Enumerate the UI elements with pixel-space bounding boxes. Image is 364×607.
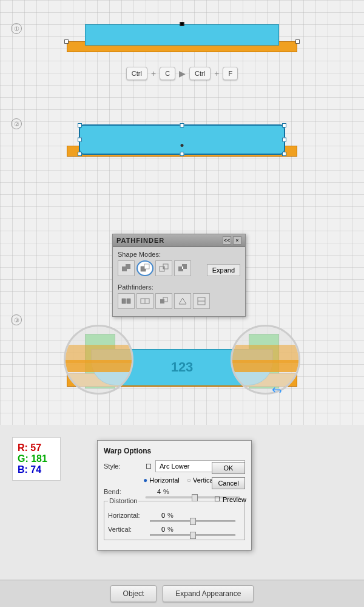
c-key: C: [160, 67, 175, 80]
handle-left: [64, 39, 69, 44]
vert-slider-track: [150, 534, 235, 536]
panel-title: PATHFINDER: [116, 237, 164, 244]
panel-collapse-btn[interactable]: <<: [223, 236, 231, 245]
horizontal-radio[interactable]: ●: [143, 476, 147, 484]
vert-dist-row: Vertical: 0 %: [108, 526, 241, 533]
panel-controls: << ×: [223, 236, 241, 245]
vert-slider-thumb[interactable]: [190, 532, 196, 539]
handle-bl: [78, 152, 82, 156]
ctrl2-key: Ctrl: [189, 67, 211, 80]
color-b-value: B: 74: [18, 464, 55, 475]
warp-scene: 123 ↩: [30, 316, 334, 407]
pathfinders-label: Pathfinders:: [118, 283, 240, 291]
shape-modes-label: Shape Modes:: [118, 251, 240, 258]
circle-left: [64, 325, 133, 395]
dialog-title: Warp Options: [104, 447, 245, 455]
svg-rect-10: [122, 299, 126, 304]
pathfinder-btn-5[interactable]: [193, 293, 210, 309]
unite-btn[interactable]: [118, 260, 135, 276]
horiz-dist-row: Horizontal: 0 %: [108, 512, 241, 519]
panel-body: Shape Modes: Expand: [113, 247, 245, 316]
step2-number: ②: [11, 118, 22, 129]
horiz-dist-unit: %: [167, 512, 174, 519]
pathfinder-btn-2[interactable]: [136, 293, 153, 309]
blue-rect-1: [85, 24, 279, 46]
ok-button[interactable]: OK: [212, 462, 245, 474]
handle-tl: [78, 123, 82, 127]
svg-rect-6: [163, 266, 164, 269]
horizontal-radio-item: ● Horizontal: [143, 476, 180, 484]
plus-arrow-1: +: [151, 69, 156, 78]
horiz-slider-track: [150, 520, 235, 522]
shape-modes-row: Expand: [118, 260, 240, 280]
panel-titlebar: PATHFINDER << ×: [113, 234, 245, 247]
horiz-slider-thumb[interactable]: [190, 518, 196, 525]
bend-slider-thumb[interactable]: [192, 494, 198, 501]
preview-checkbox[interactable]: ☐: [214, 495, 220, 503]
preview-label: Preview: [223, 496, 246, 503]
horiz-dist-value: 0: [150, 512, 165, 519]
pathfinder-btn-4[interactable]: [174, 293, 191, 309]
vert-dist-label: Vertical:: [108, 526, 147, 533]
keys-row: Ctrl + C ▶ Ctrl + F: [126, 67, 238, 80]
color-readout: R: 57 G: 181 B: 74: [12, 437, 61, 481]
distortion-box: Distortion Horizontal: 0 % Vertical: 0 %: [104, 501, 245, 540]
cursor-arrow: ↩: [272, 383, 282, 398]
circle-orange-strip-right: [232, 345, 298, 363]
plus-arrow-2: +: [214, 69, 219, 78]
distortion-title: Distortion: [108, 497, 138, 504]
svg-rect-11: [127, 299, 130, 304]
cancel-button[interactable]: Cancel: [212, 477, 245, 489]
handle-tc: [180, 123, 184, 127]
vert-dist-unit: %: [167, 526, 174, 533]
preview-row: ☐ Preview: [214, 495, 246, 503]
object-button[interactable]: Object: [110, 585, 157, 602]
bend-label: Bend:: [104, 488, 143, 495]
pathfinder-btn-3[interactable]: [155, 293, 172, 309]
horiz-dist-label: Horizontal:: [108, 512, 147, 519]
pathfinder-icons: [118, 293, 240, 309]
handle-mr: [282, 138, 286, 142]
center-dot: [181, 144, 184, 147]
handle-bc: [180, 152, 184, 156]
step3-number: ③: [11, 314, 22, 325]
svg-rect-9: [182, 266, 183, 269]
minus-front-btn[interactable]: [136, 260, 153, 276]
blue-rect-2: [79, 124, 285, 155]
section2: ②: [0, 118, 364, 167]
shape1-container: [67, 24, 297, 61]
section1: ① Ctrl + C ▶ Ctrl + F: [0, 18, 364, 80]
bottom-toolbar: Object Expand Appearance: [0, 580, 364, 607]
vertical-radio[interactable]: ○: [187, 476, 191, 484]
intersect-btn[interactable]: [155, 260, 172, 276]
step1-number: ①: [11, 23, 22, 34]
handle-tr: [282, 123, 286, 127]
handle-top-center: [180, 22, 184, 26]
svg-rect-1: [126, 264, 130, 269]
f-key: F: [223, 67, 238, 80]
bend-unit: %: [163, 488, 169, 495]
vertical-radio-item: ○ Vertical: [187, 476, 215, 484]
pathfinder-panel: PATHFINDER << × Shape Modes:: [112, 234, 246, 317]
svg-rect-3: [144, 264, 149, 269]
style-checkbox[interactable]: ☐: [146, 463, 152, 470]
vert-dist-value: 0: [150, 526, 165, 533]
exclude-btn[interactable]: [174, 260, 191, 276]
shape-mode-icons: [118, 260, 191, 276]
expand-appearance-button[interactable]: Expand Appearance: [163, 585, 254, 602]
handle-ml: [78, 138, 82, 142]
expand-button[interactable]: Expand: [207, 264, 240, 276]
color-r-value: R: 57: [18, 443, 55, 453]
section3: ③ 123 ↩: [0, 310, 364, 410]
warp-options-dialog: Warp Options Style: ☐ Arc Lower ● Horizo…: [97, 440, 252, 551]
panel-close-btn[interactable]: ×: [233, 236, 241, 245]
pathfinder-btn-1[interactable]: [118, 293, 135, 309]
shape2-container: [67, 124, 297, 167]
handle-right: [295, 39, 300, 44]
handle-br: [282, 152, 286, 156]
style-label: Style:: [104, 463, 143, 470]
horiz-slider-row: [147, 520, 238, 522]
vert-slider-row: [147, 534, 238, 536]
right-arrow-1: ▶: [179, 69, 186, 78]
circle-right: [231, 325, 300, 395]
